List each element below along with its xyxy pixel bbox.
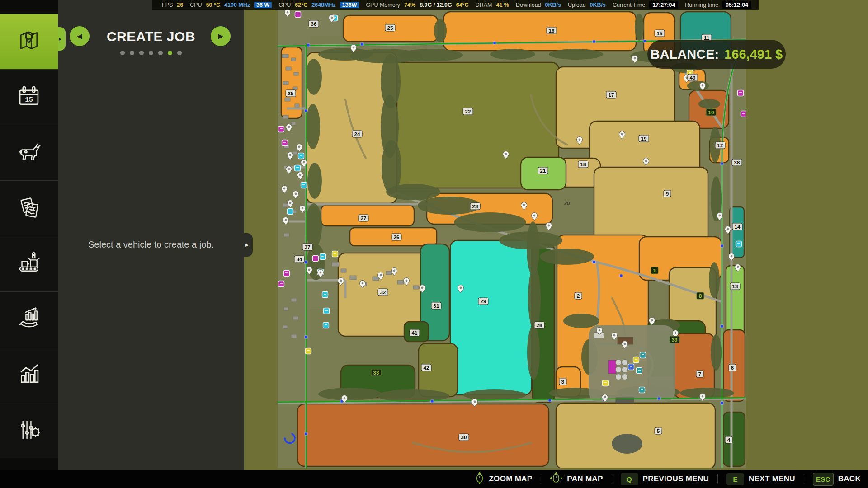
poi-icon[interactable]: [741, 111, 746, 117]
svg-text:37: 37: [305, 244, 311, 250]
sidebar-tab-finances[interactable]: [0, 291, 58, 347]
balance-label: BALANCE:: [651, 47, 719, 62]
village-building: [284, 233, 289, 237]
poi-icon[interactable]: [633, 357, 639, 363]
field-label-14: 14: [732, 223, 742, 230]
field-label-22: 22: [463, 108, 473, 115]
stat-value: 0KB/s: [545, 2, 561, 8]
poi-icon[interactable]: [288, 209, 293, 215]
poi-glyph: [630, 366, 632, 367]
village-building: [413, 286, 419, 289]
field-label-40: 40: [688, 74, 698, 81]
calendar-icon: 15: [15, 82, 43, 112]
poi-icon[interactable]: [738, 90, 744, 96]
field-label-16: 16: [547, 27, 557, 34]
poi-icon[interactable]: [736, 241, 742, 247]
svg-text:13: 13: [732, 284, 738, 289]
menu-sidebar: 15: [0, 0, 58, 488]
poi-glyph: [325, 310, 328, 311]
pond: [612, 434, 642, 454]
next-page-button[interactable]: ▶: [211, 26, 231, 46]
poi-icon[interactable]: [278, 281, 284, 287]
field-label-29: 29: [478, 298, 488, 305]
field-29[interactable]: [450, 240, 532, 395]
field-label-4: 4: [725, 436, 732, 443]
sidebar-tab-animals[interactable]: [0, 125, 58, 180]
poi-icon[interactable]: [637, 368, 642, 374]
field-label-27: 27: [359, 215, 368, 221]
village-building: [373, 277, 379, 281]
hint-back: ESCBACK: [813, 473, 861, 486]
page-dot: [158, 51, 163, 55]
village-building: [283, 81, 288, 85]
poi-icon[interactable]: [640, 352, 646, 358]
field-label-6: 6: [729, 364, 736, 371]
svg-text:14: 14: [735, 224, 741, 230]
stat-label: Running time: [685, 2, 718, 8]
map-canvas[interactable]: 2516151135222417401019121821914232726323…: [278, 9, 746, 468]
sidebar-tab-map[interactable]: [0, 14, 58, 69]
sidebar-tab-settings[interactable]: [0, 403, 58, 458]
poi-icon[interactable]: [332, 251, 338, 257]
village-building: [291, 298, 297, 302]
poi-icon[interactable]: [603, 380, 609, 386]
poi-glyph: [638, 370, 641, 371]
poi-icon[interactable]: [282, 140, 288, 146]
field-label-23: 23: [470, 203, 480, 210]
village-building: [397, 280, 404, 284]
sidebar-tab-production[interactable]: [0, 236, 58, 291]
poi-icon[interactable]: [322, 292, 328, 298]
mouse-scroll-icon: [475, 472, 484, 487]
tree-cluster: [635, 14, 644, 41]
field-label-28: 28: [534, 322, 544, 328]
svg-text:28: 28: [537, 323, 542, 328]
svg-text:22: 22: [465, 109, 471, 114]
map-icon: [15, 27, 43, 56]
poi-icon[interactable]: [639, 387, 645, 393]
field-label-20: 20: [564, 201, 570, 206]
field-13[interactable]: [726, 266, 744, 334]
page-dot: [120, 51, 125, 55]
key-badge-e: E: [726, 473, 744, 485]
poi-icon[interactable]: [313, 256, 319, 262]
stat-label: GPU Memory: [366, 2, 400, 8]
hint-label: PAN MAP: [567, 474, 603, 483]
field-30[interactable]: [297, 404, 549, 466]
panel-expand-handle[interactable]: ▶: [244, 233, 253, 257]
waypoint-dot: [593, 40, 595, 43]
waypoint-dot: [721, 402, 723, 404]
svg-text:32: 32: [380, 290, 386, 295]
tree-cluster: [400, 49, 463, 61]
field-label-41: 41: [410, 329, 420, 336]
farm-map[interactable]: 2516151135222417401019121821914232726323…: [278, 9, 746, 468]
waypoint-dot: [305, 109, 307, 112]
silo: [622, 367, 628, 373]
village-building: [341, 269, 346, 272]
field-16[interactable]: [443, 12, 636, 51]
poi-icon[interactable]: [301, 183, 307, 188]
svg-text:34: 34: [297, 257, 302, 262]
sidebar-tab-statistics[interactable]: [0, 347, 58, 403]
poi-icon[interactable]: [295, 12, 301, 18]
poi-icon[interactable]: [320, 254, 326, 260]
village-building: [293, 151, 297, 155]
poi-icon[interactable]: [306, 348, 311, 354]
poi-glyph: [604, 382, 607, 383]
tree-cluster: [490, 49, 535, 60]
waypoint-dot: [658, 397, 660, 400]
page-dot: [130, 51, 134, 55]
poi-icon[interactable]: [323, 323, 329, 328]
poi-icon[interactable]: [628, 364, 634, 370]
poi-icon[interactable]: [295, 165, 301, 171]
poi-icon[interactable]: [284, 271, 290, 277]
waypoint-dot: [548, 399, 551, 402]
poi-icon[interactable]: [278, 127, 284, 132]
svg-text:10: 10: [708, 110, 714, 115]
hint-zoom-map: ZOOM MAP: [475, 472, 532, 487]
poi-icon[interactable]: [324, 308, 330, 314]
sidebar-tab-contracts[interactable]: [0, 180, 58, 236]
sidebar-tab-calendar[interactable]: 15: [0, 69, 58, 125]
poi-icon[interactable]: [298, 153, 304, 159]
tree-cluster: [306, 104, 320, 149]
poi-glyph: [280, 128, 283, 129]
